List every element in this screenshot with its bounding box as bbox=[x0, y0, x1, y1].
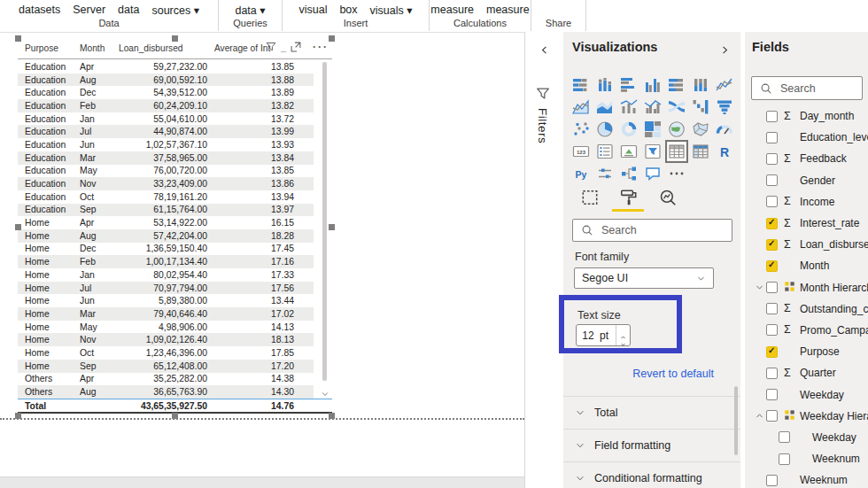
table-row[interactable]: Education Sep 61,15,764.00 13.97 bbox=[18, 204, 314, 217]
field-item[interactable]: Σ Feedback bbox=[745, 148, 868, 169]
field-checkbox[interactable] bbox=[766, 111, 778, 122]
python-icon[interactable]: Py bbox=[572, 165, 590, 182]
table-row[interactable]: Education Jul 44,90,874.00 13.99 bbox=[18, 125, 314, 138]
field-item[interactable]: Weeknum bbox=[745, 469, 868, 488]
field-item[interactable]: Month bbox=[745, 255, 868, 276]
field-item[interactable]: Σ Quarter bbox=[745, 362, 868, 383]
field-item[interactable]: Weekday Hierarchy bbox=[745, 406, 868, 427]
minimize-icon[interactable]: _ bbox=[281, 43, 286, 50]
table-row[interactable]: Education Dec 54,39,512.00 13.89 bbox=[18, 86, 314, 99]
field-checkbox[interactable] bbox=[766, 389, 778, 400]
field-checkbox[interactable] bbox=[766, 132, 778, 143]
fields-search-input[interactable] bbox=[779, 81, 854, 96]
area-chart-icon[interactable] bbox=[572, 98, 590, 116]
line-chart-icon[interactable] bbox=[716, 76, 733, 94]
gauge-icon[interactable] bbox=[716, 120, 733, 138]
field-item[interactable]: Month Hierarchy bbox=[745, 277, 868, 298]
format-search-input[interactable] bbox=[600, 223, 709, 237]
pane-scrollbar-thumb[interactable] bbox=[734, 386, 738, 455]
100-stacked-column-icon[interactable] bbox=[692, 76, 709, 94]
resize-handle[interactable] bbox=[15, 224, 21, 230]
table-row[interactable]: Education Mar 37,58,965.00 13.84 bbox=[18, 151, 314, 165]
field-item[interactable]: Gender bbox=[745, 170, 868, 191]
table-row[interactable]: Home Jul 70,97,794.00 17.56 bbox=[18, 282, 314, 295]
tab-format-icon[interactable] bbox=[619, 188, 639, 207]
field-checkbox[interactable] bbox=[766, 410, 778, 422]
kpi-icon[interactable] bbox=[620, 143, 638, 160]
field-checkbox[interactable] bbox=[766, 346, 778, 358]
100-stacked-bar-icon[interactable] bbox=[668, 76, 686, 94]
format-section[interactable]: Total bbox=[563, 396, 740, 429]
field-item[interactable]: Σ Day_month bbox=[745, 109, 868, 127]
ribbon-item[interactable]: measure bbox=[430, 4, 474, 17]
field-checkbox[interactable] bbox=[766, 303, 778, 314]
ribbon-item[interactable]: data ▾ bbox=[235, 4, 265, 17]
spin-down-icon[interactable] bbox=[619, 336, 627, 343]
expand-filters-icon[interactable] bbox=[539, 43, 550, 55]
table-row[interactable]: Home Mar 79,40,646.40 17.02 bbox=[18, 307, 314, 321]
donut-chart-icon[interactable] bbox=[620, 120, 638, 138]
filled-map-icon[interactable] bbox=[692, 120, 709, 138]
table-row[interactable]: Home Oct 1,23,46,396.00 17.85 bbox=[18, 346, 314, 360]
r-script-icon[interactable]: R bbox=[716, 143, 733, 160]
table-row[interactable]: Education May 76,00,720.00 13.85 bbox=[18, 165, 314, 178]
resize-handle[interactable] bbox=[329, 413, 335, 419]
scatter-chart-icon[interactable] bbox=[572, 120, 590, 138]
more-options-icon[interactable]: ··· bbox=[313, 41, 329, 53]
field-checkbox[interactable] bbox=[766, 282, 778, 293]
format-section[interactable]: Conditional formatting bbox=[563, 461, 740, 488]
field-item[interactable]: Σ Income bbox=[745, 191, 868, 213]
table-row[interactable]: Home Feb 1,00,17,134.40 17.16 bbox=[18, 255, 314, 268]
table-icon[interactable] bbox=[668, 143, 686, 160]
format-search[interactable] bbox=[572, 219, 732, 242]
qna-icon[interactable] bbox=[644, 165, 662, 182]
field-checkbox[interactable] bbox=[766, 196, 778, 207]
font-family-dropdown[interactable]: Segoe UI bbox=[574, 267, 714, 289]
ribbon-item[interactable]: box bbox=[339, 4, 357, 17]
clustered-bar-chart-icon[interactable] bbox=[620, 76, 638, 94]
line-clustered-column-icon[interactable] bbox=[644, 98, 662, 116]
funnel-chart-icon[interactable] bbox=[716, 98, 733, 116]
field-checkbox[interactable] bbox=[766, 239, 778, 251]
fields-search[interactable] bbox=[751, 76, 863, 100]
ribbon-item[interactable]: datasets bbox=[19, 4, 60, 17]
field-checkbox[interactable] bbox=[766, 153, 778, 165]
treemap-icon[interactable] bbox=[644, 120, 662, 138]
field-checkbox[interactable] bbox=[766, 174, 778, 186]
pie-chart-icon[interactable] bbox=[596, 120, 614, 138]
map-icon[interactable] bbox=[668, 120, 686, 138]
more-visuals-icon[interactable] bbox=[668, 165, 686, 182]
column-header[interactable]: Month bbox=[80, 43, 119, 53]
hierarchy-expand-icon[interactable] bbox=[753, 411, 766, 421]
column-header[interactable]: Purpose bbox=[25, 43, 80, 53]
scrollbar-thumb[interactable] bbox=[322, 62, 327, 381]
field-checkbox[interactable] bbox=[766, 260, 778, 272]
field-checkbox[interactable] bbox=[766, 218, 778, 229]
table-visual[interactable]: _ ··· PurposeMonthLoan_disbursedAverage … bbox=[18, 38, 332, 416]
table-row[interactable]: Home Nov 1,09,02,126.40 18.13 bbox=[18, 333, 314, 346]
field-item[interactable]: Weekday bbox=[745, 427, 868, 448]
ribbon-item[interactable]: Server bbox=[73, 4, 105, 17]
field-item[interactable]: Σ Outstanding_c bbox=[745, 298, 868, 320]
scrollbar-down-icon[interactable] bbox=[321, 386, 329, 395]
filter-funnel-icon[interactable] bbox=[265, 41, 277, 53]
card-icon[interactable]: 123 bbox=[572, 143, 590, 160]
hierarchy-expand-icon[interactable] bbox=[753, 283, 766, 292]
table-row[interactable]: Home Jan 80,02,954.40 17.33 bbox=[18, 268, 314, 282]
matrix-icon[interactable] bbox=[692, 143, 709, 160]
spin-up-icon[interactable] bbox=[619, 329, 627, 336]
field-item[interactable]: Education_level bbox=[745, 127, 868, 148]
slicer-icon[interactable] bbox=[644, 143, 662, 160]
table-row[interactable]: Education Apr 59,27,232.00 13.85 bbox=[18, 60, 314, 74]
resize-handle[interactable] bbox=[15, 413, 21, 419]
filters-pane-collapsed[interactable]: Filters bbox=[524, 32, 563, 488]
table-row[interactable]: Education Jun 1,02,57,367.10 13.93 bbox=[18, 138, 314, 151]
tab-fields-icon[interactable] bbox=[580, 188, 600, 207]
ribbon-item[interactable]: data bbox=[118, 4, 139, 17]
table-row[interactable]: Others Aug 36,65,763.90 14.30 bbox=[18, 385, 314, 399]
table-row[interactable]: Home Jun 5,89,380.00 13.44 bbox=[18, 294, 314, 307]
tab-analytics-icon[interactable] bbox=[658, 188, 678, 207]
ribbon-item[interactable]: visual bbox=[298, 4, 327, 17]
table-row[interactable]: Home Sep 65,12,408.00 17.20 bbox=[18, 360, 314, 373]
column-header[interactable]: Loan_disbursed bbox=[119, 43, 214, 53]
